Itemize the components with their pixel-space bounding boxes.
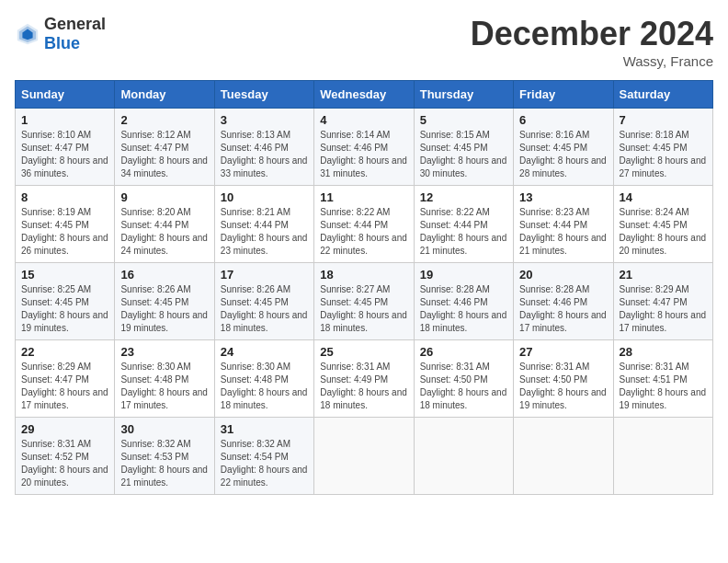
calendar-header: Sunday Monday Tuesday Wednesday Thursday… (16, 81, 713, 109)
sunrise: Sunrise: 8:28 AM (519, 284, 589, 294)
day-info: Sunrise: 8:20 AMSunset: 4:44 PMDaylight:… (120, 206, 208, 258)
day-number: 2 (120, 113, 208, 127)
day-number: 6 (519, 113, 607, 127)
sunset: Sunset: 4:49 PM (320, 374, 388, 385)
sunrise: Sunrise: 8:32 AM (120, 439, 190, 449)
daylight: Daylight: 8 hours and 17 minutes. (519, 310, 607, 333)
sunrise: Sunrise: 8:27 AM (320, 284, 390, 294)
calendar-cell: 12Sunrise: 8:22 AMSunset: 4:44 PMDayligh… (414, 186, 513, 263)
calendar-cell: 30Sunrise: 8:32 AMSunset: 4:53 PMDayligh… (115, 418, 214, 495)
sunset: Sunset: 4:48 PM (221, 374, 289, 385)
calendar-cell: 27Sunrise: 8:31 AMSunset: 4:50 PMDayligh… (514, 340, 613, 418)
header-thursday: Thursday (414, 81, 513, 109)
sunset: Sunset: 4:45 PM (21, 297, 89, 307)
day-info: Sunrise: 8:31 AMSunset: 4:51 PMDaylight:… (620, 361, 707, 412)
daylight: Daylight: 8 hours and 17 minutes. (120, 387, 208, 410)
day-info: Sunrise: 8:32 AMSunset: 4:53 PMDaylight:… (120, 438, 208, 489)
daylight: Daylight: 8 hours and 28 minutes. (519, 155, 607, 178)
daylight: Daylight: 8 hours and 19 minutes. (120, 310, 208, 333)
logo-text-area: General Blue (44, 15, 106, 53)
header-sunday: Sunday (16, 81, 115, 109)
sunset: Sunset: 4:48 PM (120, 374, 188, 385)
sunset: Sunset: 4:46 PM (519, 297, 587, 307)
calendar-cell: 17Sunrise: 8:26 AMSunset: 4:45 PMDayligh… (214, 263, 313, 340)
day-number: 9 (120, 190, 208, 204)
day-number: 29 (21, 422, 108, 436)
day-number: 28 (620, 345, 707, 359)
sunrise: Sunrise: 8:22 AM (320, 207, 390, 217)
calendar-cell: 8Sunrise: 8:19 AMSunset: 4:45 PMDaylight… (16, 186, 115, 263)
sunset: Sunset: 4:45 PM (221, 297, 289, 307)
calendar-cell: 31Sunrise: 8:32 AMSunset: 4:54 PMDayligh… (214, 418, 313, 495)
calendar-cell: 4Sunrise: 8:14 AMSunset: 4:46 PMDaylight… (314, 109, 414, 186)
sunset: Sunset: 4:54 PM (221, 452, 289, 462)
sunrise: Sunrise: 8:25 AM (21, 284, 91, 294)
day-info: Sunrise: 8:22 AMSunset: 4:44 PMDaylight:… (420, 206, 507, 258)
daylight: Daylight: 8 hours and 26 minutes. (21, 233, 108, 256)
sunrise: Sunrise: 8:29 AM (21, 362, 91, 372)
day-info: Sunrise: 8:30 AMSunset: 4:48 PMDaylight:… (221, 361, 308, 412)
calendar-cell: 5Sunrise: 8:15 AMSunset: 4:45 PMDaylight… (414, 109, 513, 186)
calendar-cell: 14Sunrise: 8:24 AMSunset: 4:45 PMDayligh… (613, 186, 712, 263)
day-number: 7 (620, 113, 707, 127)
daylight: Daylight: 8 hours and 22 minutes. (320, 233, 407, 256)
day-number: 8 (21, 190, 108, 204)
day-number: 10 (221, 190, 308, 204)
sunset: Sunset: 4:45 PM (620, 143, 688, 153)
calendar-week-4: 22Sunrise: 8:29 AMSunset: 4:47 PMDayligh… (16, 340, 713, 418)
day-number: 25 (320, 345, 407, 359)
daylight: Daylight: 8 hours and 22 minutes. (221, 465, 308, 488)
sunrise: Sunrise: 8:30 AM (221, 362, 290, 372)
calendar-cell: 24Sunrise: 8:30 AMSunset: 4:48 PMDayligh… (214, 340, 313, 418)
sunrise: Sunrise: 8:15 AM (420, 130, 490, 140)
day-info: Sunrise: 8:26 AMSunset: 4:45 PMDaylight:… (120, 283, 208, 335)
daylight: Daylight: 8 hours and 17 minutes. (620, 310, 707, 333)
sunrise: Sunrise: 8:21 AM (221, 207, 290, 217)
sunset: Sunset: 4:52 PM (21, 452, 89, 462)
day-info: Sunrise: 8:32 AMSunset: 4:54 PMDaylight:… (221, 438, 308, 489)
calendar-cell: 25Sunrise: 8:31 AMSunset: 4:49 PMDayligh… (314, 340, 414, 418)
day-number: 4 (320, 113, 407, 127)
daylight: Daylight: 8 hours and 18 minutes. (221, 387, 308, 410)
sunset: Sunset: 4:45 PM (519, 143, 587, 153)
sunset: Sunset: 4:44 PM (519, 220, 587, 230)
sunset: Sunset: 4:44 PM (120, 220, 188, 230)
sunset: Sunset: 4:51 PM (620, 374, 688, 385)
header-saturday: Saturday (613, 81, 712, 109)
daylight: Daylight: 8 hours and 36 minutes. (21, 155, 108, 178)
sunset: Sunset: 4:45 PM (620, 220, 688, 230)
sunrise: Sunrise: 8:10 AM (21, 130, 91, 140)
day-info: Sunrise: 8:26 AMSunset: 4:45 PMDaylight:… (221, 283, 308, 335)
day-info: Sunrise: 8:29 AMSunset: 4:47 PMDaylight:… (620, 283, 707, 335)
daylight: Daylight: 8 hours and 20 minutes. (21, 465, 108, 488)
calendar-cell: 22Sunrise: 8:29 AMSunset: 4:47 PMDayligh… (16, 340, 115, 418)
day-info: Sunrise: 8:28 AMSunset: 4:46 PMDaylight:… (519, 283, 607, 335)
day-number: 27 (519, 345, 607, 359)
logo-line1: General (44, 15, 106, 34)
sunrise: Sunrise: 8:19 AM (21, 207, 91, 217)
calendar-week-2: 8Sunrise: 8:19 AMSunset: 4:45 PMDaylight… (16, 186, 713, 263)
calendar-cell: 28Sunrise: 8:31 AMSunset: 4:51 PMDayligh… (613, 340, 712, 418)
calendar-cell: 29Sunrise: 8:31 AMSunset: 4:52 PMDayligh… (16, 418, 115, 495)
daylight: Daylight: 8 hours and 18 minutes. (320, 387, 407, 410)
day-number: 16 (120, 268, 208, 282)
day-info: Sunrise: 8:25 AMSunset: 4:45 PMDaylight:… (21, 283, 108, 335)
sunrise: Sunrise: 8:31 AM (420, 362, 490, 372)
day-number: 18 (320, 268, 407, 282)
sunset: Sunset: 4:53 PM (120, 452, 188, 462)
day-info: Sunrise: 8:28 AMSunset: 4:46 PMDaylight:… (420, 283, 507, 335)
sunrise: Sunrise: 8:29 AM (620, 284, 689, 294)
day-info: Sunrise: 8:31 AMSunset: 4:49 PMDaylight:… (320, 361, 407, 412)
calendar-cell: 13Sunrise: 8:23 AMSunset: 4:44 PMDayligh… (514, 186, 613, 263)
daylight: Daylight: 8 hours and 18 minutes. (320, 310, 407, 333)
sunset: Sunset: 4:45 PM (420, 143, 488, 153)
month-title: December 2024 (471, 15, 713, 53)
day-number: 20 (519, 268, 607, 282)
daylight: Daylight: 8 hours and 23 minutes. (221, 233, 308, 256)
day-info: Sunrise: 8:30 AMSunset: 4:48 PMDaylight:… (120, 361, 208, 412)
daylight: Daylight: 8 hours and 24 minutes. (120, 233, 208, 256)
calendar-week-1: 1Sunrise: 8:10 AMSunset: 4:47 PMDaylight… (16, 109, 713, 186)
day-number: 3 (221, 113, 308, 127)
day-number: 19 (420, 268, 507, 282)
sunrise: Sunrise: 8:16 AM (519, 130, 589, 140)
